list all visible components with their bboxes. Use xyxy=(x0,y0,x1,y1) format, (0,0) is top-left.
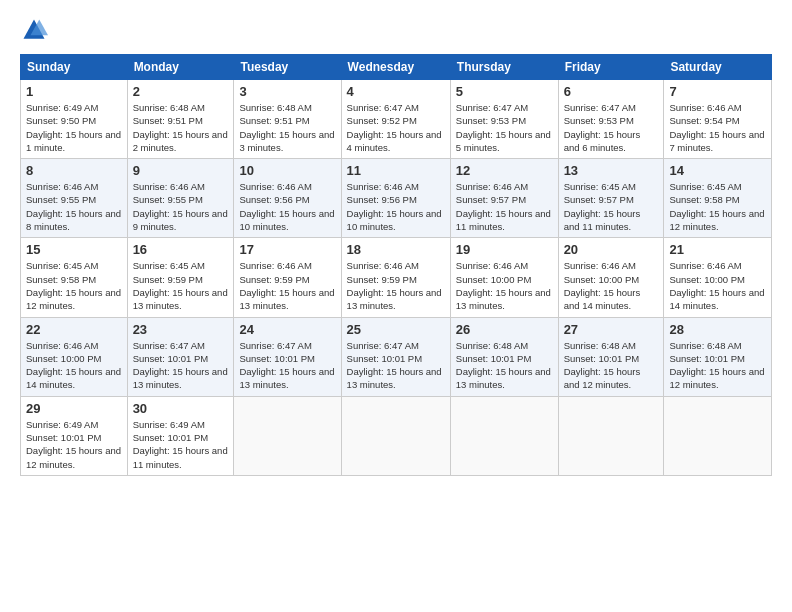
day-number: 23 xyxy=(133,322,229,337)
day-number: 8 xyxy=(26,163,122,178)
day-number: 28 xyxy=(669,322,766,337)
day-number: 20 xyxy=(564,242,659,257)
calendar-cell: 20 Sunrise: 6:46 AMSunset: 10:00 PMDayli… xyxy=(558,238,664,317)
calendar-cell xyxy=(341,396,450,475)
day-info: Sunrise: 6:47 AMSunset: 10:01 PMDaylight… xyxy=(347,339,445,392)
day-number: 11 xyxy=(347,163,445,178)
calendar-cell: 24 Sunrise: 6:47 AMSunset: 10:01 PMDayli… xyxy=(234,317,341,396)
calendar-cell xyxy=(664,396,772,475)
calendar-week-3: 15 Sunrise: 6:45 AMSunset: 9:58 PMDaylig… xyxy=(21,238,772,317)
day-number: 9 xyxy=(133,163,229,178)
calendar-cell: 14 Sunrise: 6:45 AMSunset: 9:58 PMDaylig… xyxy=(664,159,772,238)
calendar-week-1: 1 Sunrise: 6:49 AMSunset: 9:50 PMDayligh… xyxy=(21,80,772,159)
calendar-cell: 8 Sunrise: 6:46 AMSunset: 9:55 PMDayligh… xyxy=(21,159,128,238)
calendar-header-tuesday: Tuesday xyxy=(234,55,341,80)
calendar-week-2: 8 Sunrise: 6:46 AMSunset: 9:55 PMDayligh… xyxy=(21,159,772,238)
logo-icon xyxy=(20,16,48,44)
day-info: Sunrise: 6:46 AMSunset: 9:55 PMDaylight:… xyxy=(133,180,229,233)
calendar-cell: 11 Sunrise: 6:46 AMSunset: 9:56 PMDaylig… xyxy=(341,159,450,238)
day-info: Sunrise: 6:46 AMSunset: 9:59 PMDaylight:… xyxy=(347,259,445,312)
calendar-table: SundayMondayTuesdayWednesdayThursdayFrid… xyxy=(20,54,772,476)
day-info: Sunrise: 6:46 AMSunset: 10:00 PMDaylight… xyxy=(564,259,659,312)
calendar-header-row: SundayMondayTuesdayWednesdayThursdayFrid… xyxy=(21,55,772,80)
header xyxy=(20,16,772,44)
day-info: Sunrise: 6:45 AMSunset: 9:57 PMDaylight:… xyxy=(564,180,659,233)
day-number: 4 xyxy=(347,84,445,99)
calendar-cell: 1 Sunrise: 6:49 AMSunset: 9:50 PMDayligh… xyxy=(21,80,128,159)
calendar-week-4: 22 Sunrise: 6:46 AMSunset: 10:00 PMDayli… xyxy=(21,317,772,396)
day-info: Sunrise: 6:48 AMSunset: 10:01 PMDaylight… xyxy=(456,339,553,392)
day-info: Sunrise: 6:47 AMSunset: 10:01 PMDaylight… xyxy=(133,339,229,392)
day-number: 26 xyxy=(456,322,553,337)
calendar-cell xyxy=(558,396,664,475)
day-info: Sunrise: 6:46 AMSunset: 9:54 PMDaylight:… xyxy=(669,101,766,154)
day-number: 15 xyxy=(26,242,122,257)
day-number: 2 xyxy=(133,84,229,99)
day-number: 1 xyxy=(26,84,122,99)
calendar-cell: 16 Sunrise: 6:45 AMSunset: 9:59 PMDaylig… xyxy=(127,238,234,317)
calendar-cell xyxy=(234,396,341,475)
calendar-cell: 27 Sunrise: 6:48 AMSunset: 10:01 PMDayli… xyxy=(558,317,664,396)
calendar-cell: 3 Sunrise: 6:48 AMSunset: 9:51 PMDayligh… xyxy=(234,80,341,159)
day-number: 7 xyxy=(669,84,766,99)
calendar-header-wednesday: Wednesday xyxy=(341,55,450,80)
calendar-cell: 18 Sunrise: 6:46 AMSunset: 9:59 PMDaylig… xyxy=(341,238,450,317)
calendar-cell: 10 Sunrise: 6:46 AMSunset: 9:56 PMDaylig… xyxy=(234,159,341,238)
day-info: Sunrise: 6:46 AMSunset: 9:55 PMDaylight:… xyxy=(26,180,122,233)
day-number: 16 xyxy=(133,242,229,257)
day-number: 19 xyxy=(456,242,553,257)
day-info: Sunrise: 6:47 AMSunset: 9:53 PMDaylight:… xyxy=(564,101,659,154)
day-number: 13 xyxy=(564,163,659,178)
day-info: Sunrise: 6:46 AMSunset: 9:56 PMDaylight:… xyxy=(239,180,335,233)
calendar-cell: 23 Sunrise: 6:47 AMSunset: 10:01 PMDayli… xyxy=(127,317,234,396)
day-info: Sunrise: 6:48 AMSunset: 9:51 PMDaylight:… xyxy=(239,101,335,154)
calendar-header-sunday: Sunday xyxy=(21,55,128,80)
day-info: Sunrise: 6:49 AMSunset: 10:01 PMDaylight… xyxy=(133,418,229,471)
calendar-cell: 2 Sunrise: 6:48 AMSunset: 9:51 PMDayligh… xyxy=(127,80,234,159)
calendar-cell: 5 Sunrise: 6:47 AMSunset: 9:53 PMDayligh… xyxy=(450,80,558,159)
logo xyxy=(20,16,52,44)
day-number: 10 xyxy=(239,163,335,178)
day-info: Sunrise: 6:47 AMSunset: 9:53 PMDaylight:… xyxy=(456,101,553,154)
calendar-cell: 26 Sunrise: 6:48 AMSunset: 10:01 PMDayli… xyxy=(450,317,558,396)
calendar-cell: 25 Sunrise: 6:47 AMSunset: 10:01 PMDayli… xyxy=(341,317,450,396)
calendar-header-saturday: Saturday xyxy=(664,55,772,80)
day-number: 3 xyxy=(239,84,335,99)
calendar-cell: 9 Sunrise: 6:46 AMSunset: 9:55 PMDayligh… xyxy=(127,159,234,238)
day-info: Sunrise: 6:45 AMSunset: 9:58 PMDaylight:… xyxy=(26,259,122,312)
calendar-cell: 19 Sunrise: 6:46 AMSunset: 10:00 PMDayli… xyxy=(450,238,558,317)
calendar-cell xyxy=(450,396,558,475)
calendar-cell: 12 Sunrise: 6:46 AMSunset: 9:57 PMDaylig… xyxy=(450,159,558,238)
day-info: Sunrise: 6:45 AMSunset: 9:58 PMDaylight:… xyxy=(669,180,766,233)
day-number: 18 xyxy=(347,242,445,257)
calendar-header-monday: Monday xyxy=(127,55,234,80)
day-number: 21 xyxy=(669,242,766,257)
day-number: 17 xyxy=(239,242,335,257)
day-info: Sunrise: 6:46 AMSunset: 9:56 PMDaylight:… xyxy=(347,180,445,233)
day-info: Sunrise: 6:46 AMSunset: 9:57 PMDaylight:… xyxy=(456,180,553,233)
day-info: Sunrise: 6:47 AMSunset: 9:52 PMDaylight:… xyxy=(347,101,445,154)
day-info: Sunrise: 6:46 AMSunset: 10:00 PMDaylight… xyxy=(26,339,122,392)
calendar-cell: 29 Sunrise: 6:49 AMSunset: 10:01 PMDayli… xyxy=(21,396,128,475)
calendar-cell: 6 Sunrise: 6:47 AMSunset: 9:53 PMDayligh… xyxy=(558,80,664,159)
calendar-cell: 15 Sunrise: 6:45 AMSunset: 9:58 PMDaylig… xyxy=(21,238,128,317)
day-number: 14 xyxy=(669,163,766,178)
calendar-cell: 21 Sunrise: 6:46 AMSunset: 10:00 PMDayli… xyxy=(664,238,772,317)
day-number: 12 xyxy=(456,163,553,178)
day-number: 22 xyxy=(26,322,122,337)
day-number: 29 xyxy=(26,401,122,416)
day-number: 24 xyxy=(239,322,335,337)
day-info: Sunrise: 6:45 AMSunset: 9:59 PMDaylight:… xyxy=(133,259,229,312)
calendar-cell: 4 Sunrise: 6:47 AMSunset: 9:52 PMDayligh… xyxy=(341,80,450,159)
day-number: 27 xyxy=(564,322,659,337)
day-info: Sunrise: 6:47 AMSunset: 10:01 PMDaylight… xyxy=(239,339,335,392)
day-info: Sunrise: 6:46 AMSunset: 10:00 PMDaylight… xyxy=(669,259,766,312)
day-info: Sunrise: 6:46 AMSunset: 9:59 PMDaylight:… xyxy=(239,259,335,312)
calendar-cell: 22 Sunrise: 6:46 AMSunset: 10:00 PMDayli… xyxy=(21,317,128,396)
day-number: 30 xyxy=(133,401,229,416)
day-info: Sunrise: 6:48 AMSunset: 10:01 PMDaylight… xyxy=(669,339,766,392)
calendar-cell: 28 Sunrise: 6:48 AMSunset: 10:01 PMDayli… xyxy=(664,317,772,396)
calendar-cell: 17 Sunrise: 6:46 AMSunset: 9:59 PMDaylig… xyxy=(234,238,341,317)
calendar-cell: 7 Sunrise: 6:46 AMSunset: 9:54 PMDayligh… xyxy=(664,80,772,159)
day-number: 25 xyxy=(347,322,445,337)
